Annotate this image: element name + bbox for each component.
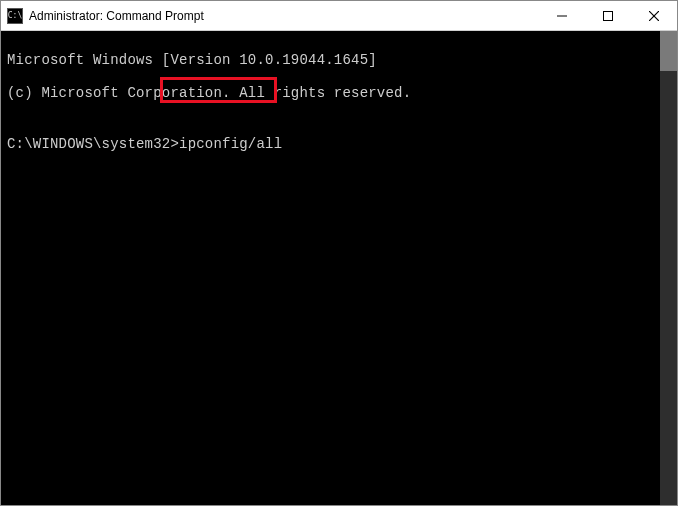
prompt-line: C:\WINDOWS\system32>ipconfig/all [7, 136, 654, 153]
output-line: (c) Microsoft Corporation. All rights re… [7, 85, 654, 102]
maximize-button[interactable] [585, 1, 631, 30]
window-controls [539, 1, 677, 30]
command-prompt-window: C:\ Administrator: Command Prompt M [0, 0, 678, 506]
close-icon [649, 11, 659, 21]
minimize-button[interactable] [539, 1, 585, 30]
titlebar[interactable]: C:\ Administrator: Command Prompt [1, 1, 677, 31]
output-line: Microsoft Windows [Version 10.0.19044.16… [7, 52, 654, 69]
close-button[interactable] [631, 1, 677, 30]
terminal-content[interactable]: Microsoft Windows [Version 10.0.19044.16… [1, 31, 660, 505]
prompt-text: C:\WINDOWS\system32> [7, 136, 179, 153]
cmd-icon: C:\ [7, 8, 23, 24]
terminal-body[interactable]: Microsoft Windows [Version 10.0.19044.16… [1, 31, 677, 505]
svg-rect-1 [604, 11, 613, 20]
maximize-icon [603, 11, 613, 21]
scrollbar[interactable] [660, 31, 677, 505]
scrollbar-thumb[interactable] [660, 31, 677, 71]
minimize-icon [557, 11, 567, 21]
command-text: ipconfig/all [179, 136, 282, 152]
window-title: Administrator: Command Prompt [29, 9, 539, 23]
